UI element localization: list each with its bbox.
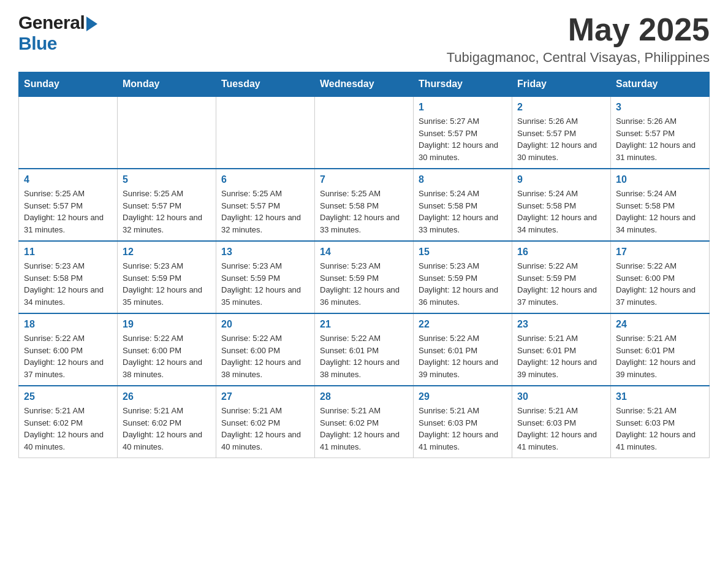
- calendar-cell: 23Sunrise: 5:21 AM Sunset: 6:01 PM Dayli…: [512, 313, 611, 386]
- calendar-cell: 5Sunrise: 5:25 AM Sunset: 5:57 PM Daylig…: [118, 169, 216, 241]
- day-info: Sunrise: 5:21 AM Sunset: 6:02 PM Dayligh…: [320, 405, 408, 453]
- calendar-cell: 6Sunrise: 5:25 AM Sunset: 5:57 PM Daylig…: [216, 169, 315, 241]
- month-year: May 2025: [447, 12, 710, 47]
- day-number: 22: [419, 319, 507, 330]
- day-number: 10: [616, 174, 704, 185]
- week-row-4: 18Sunrise: 5:22 AM Sunset: 6:00 PM Dayli…: [19, 313, 710, 386]
- day-header-thursday: Thursday: [414, 72, 512, 97]
- day-info: Sunrise: 5:25 AM Sunset: 5:57 PM Dayligh…: [24, 188, 112, 236]
- day-info: Sunrise: 5:21 AM Sunset: 6:02 PM Dayligh…: [24, 405, 112, 453]
- day-number: 24: [616, 319, 704, 330]
- day-info: Sunrise: 5:21 AM Sunset: 6:03 PM Dayligh…: [419, 405, 507, 453]
- day-info: Sunrise: 5:22 AM Sunset: 5:59 PM Dayligh…: [517, 260, 605, 308]
- calendar-cell: 13Sunrise: 5:23 AM Sunset: 5:59 PM Dayli…: [216, 241, 315, 313]
- week-row-3: 11Sunrise: 5:23 AM Sunset: 5:58 PM Dayli…: [19, 241, 710, 313]
- calendar-cell: 28Sunrise: 5:21 AM Sunset: 6:02 PM Dayli…: [315, 386, 414, 458]
- day-info: Sunrise: 5:25 AM Sunset: 5:57 PM Dayligh…: [123, 188, 211, 236]
- day-number: 25: [24, 391, 112, 402]
- logo-arrow-icon: [86, 17, 97, 31]
- day-number: 9: [517, 174, 605, 185]
- calendar-cell: 8Sunrise: 5:24 AM Sunset: 5:58 PM Daylig…: [414, 169, 512, 241]
- day-number: 3: [616, 102, 704, 113]
- day-header-row: SundayMondayTuesdayWednesdayThursdayFrid…: [19, 72, 710, 97]
- day-number: 20: [221, 319, 309, 330]
- calendar-cell: 24Sunrise: 5:21 AM Sunset: 6:01 PM Dayli…: [611, 313, 710, 386]
- day-number: 13: [221, 247, 309, 258]
- day-number: 17: [616, 247, 704, 258]
- calendar-cell: 4Sunrise: 5:25 AM Sunset: 5:57 PM Daylig…: [19, 169, 118, 241]
- day-info: Sunrise: 5:25 AM Sunset: 5:57 PM Dayligh…: [221, 188, 309, 236]
- day-info: Sunrise: 5:23 AM Sunset: 5:58 PM Dayligh…: [24, 260, 112, 308]
- day-number: 23: [517, 319, 605, 330]
- location: Tubigagmanoc, Central Visayas, Philippin…: [447, 50, 710, 66]
- calendar-cell: 11Sunrise: 5:23 AM Sunset: 5:58 PM Dayli…: [19, 241, 118, 313]
- day-number: 8: [419, 174, 507, 185]
- day-info: Sunrise: 5:21 AM Sunset: 6:03 PM Dayligh…: [616, 405, 704, 453]
- day-info: Sunrise: 5:22 AM Sunset: 6:00 PM Dayligh…: [221, 332, 309, 380]
- calendar-cell: [118, 96, 216, 169]
- day-number: 15: [419, 247, 507, 258]
- calendar-cell: 15Sunrise: 5:23 AM Sunset: 5:59 PM Dayli…: [414, 241, 512, 313]
- day-info: Sunrise: 5:24 AM Sunset: 5:58 PM Dayligh…: [616, 188, 704, 236]
- calendar-cell: 31Sunrise: 5:21 AM Sunset: 6:03 PM Dayli…: [611, 386, 710, 458]
- day-number: 2: [517, 102, 605, 113]
- calendar-cell: 18Sunrise: 5:22 AM Sunset: 6:00 PM Dayli…: [19, 313, 118, 386]
- day-info: Sunrise: 5:22 AM Sunset: 6:00 PM Dayligh…: [123, 332, 211, 380]
- page-header: General Blue May 2025 Tubigagmanoc, Cent…: [18, 12, 710, 66]
- day-info: Sunrise: 5:23 AM Sunset: 5:59 PM Dayligh…: [221, 260, 309, 308]
- day-header-tuesday: Tuesday: [216, 72, 315, 97]
- day-number: 5: [123, 174, 211, 185]
- day-number: 31: [616, 391, 704, 402]
- day-info: Sunrise: 5:27 AM Sunset: 5:57 PM Dayligh…: [419, 115, 507, 163]
- calendar-body: 1Sunrise: 5:27 AM Sunset: 5:57 PM Daylig…: [19, 96, 710, 458]
- title-section: May 2025 Tubigagmanoc, Central Visayas, …: [447, 12, 710, 66]
- day-number: 14: [320, 247, 408, 258]
- day-info: Sunrise: 5:26 AM Sunset: 5:57 PM Dayligh…: [616, 115, 704, 163]
- calendar-cell: 7Sunrise: 5:25 AM Sunset: 5:58 PM Daylig…: [315, 169, 414, 241]
- day-number: 29: [419, 391, 507, 402]
- calendar-cell: 19Sunrise: 5:22 AM Sunset: 6:00 PM Dayli…: [118, 313, 216, 386]
- calendar-cell: 12Sunrise: 5:23 AM Sunset: 5:59 PM Dayli…: [118, 241, 216, 313]
- calendar-cell: 2Sunrise: 5:26 AM Sunset: 5:57 PM Daylig…: [512, 96, 611, 169]
- day-number: 4: [24, 174, 112, 185]
- logo-blue: Blue: [18, 33, 57, 54]
- day-header-friday: Friday: [512, 72, 611, 97]
- day-header-saturday: Saturday: [611, 72, 710, 97]
- calendar-cell: 21Sunrise: 5:22 AM Sunset: 6:01 PM Dayli…: [315, 313, 414, 386]
- day-number: 16: [517, 247, 605, 258]
- day-info: Sunrise: 5:22 AM Sunset: 6:01 PM Dayligh…: [320, 332, 408, 380]
- week-row-1: 1Sunrise: 5:27 AM Sunset: 5:57 PM Daylig…: [19, 96, 710, 169]
- calendar-cell: 10Sunrise: 5:24 AM Sunset: 5:58 PM Dayli…: [611, 169, 710, 241]
- day-info: Sunrise: 5:22 AM Sunset: 6:00 PM Dayligh…: [24, 332, 112, 380]
- day-number: 11: [24, 247, 112, 258]
- calendar-cell: 25Sunrise: 5:21 AM Sunset: 6:02 PM Dayli…: [19, 386, 118, 458]
- day-number: 26: [123, 391, 211, 402]
- day-info: Sunrise: 5:23 AM Sunset: 5:59 PM Dayligh…: [320, 260, 408, 308]
- day-info: Sunrise: 5:24 AM Sunset: 5:58 PM Dayligh…: [419, 188, 507, 236]
- day-header-sunday: Sunday: [19, 72, 118, 97]
- day-number: 19: [123, 319, 211, 330]
- logo: General Blue: [18, 12, 97, 54]
- calendar-cell: 26Sunrise: 5:21 AM Sunset: 6:02 PM Dayli…: [118, 386, 216, 458]
- calendar-cell: 3Sunrise: 5:26 AM Sunset: 5:57 PM Daylig…: [611, 96, 710, 169]
- calendar-header: SundayMondayTuesdayWednesdayThursdayFrid…: [19, 72, 710, 97]
- day-number: 18: [24, 319, 112, 330]
- calendar-cell: 14Sunrise: 5:23 AM Sunset: 5:59 PM Dayli…: [315, 241, 414, 313]
- calendar-cell: [216, 96, 315, 169]
- logo-general: General: [18, 12, 85, 33]
- calendar-cell: [19, 96, 118, 169]
- calendar-cell: [315, 96, 414, 169]
- calendar-cell: 30Sunrise: 5:21 AM Sunset: 6:03 PM Dayli…: [512, 386, 611, 458]
- day-info: Sunrise: 5:21 AM Sunset: 6:03 PM Dayligh…: [517, 405, 605, 453]
- day-info: Sunrise: 5:21 AM Sunset: 6:01 PM Dayligh…: [517, 332, 605, 380]
- day-info: Sunrise: 5:22 AM Sunset: 6:00 PM Dayligh…: [616, 260, 704, 308]
- day-info: Sunrise: 5:22 AM Sunset: 6:01 PM Dayligh…: [419, 332, 507, 380]
- day-number: 6: [221, 174, 309, 185]
- calendar-cell: 29Sunrise: 5:21 AM Sunset: 6:03 PM Dayli…: [414, 386, 512, 458]
- day-number: 21: [320, 319, 408, 330]
- day-info: Sunrise: 5:25 AM Sunset: 5:58 PM Dayligh…: [320, 188, 408, 236]
- calendar-cell: 1Sunrise: 5:27 AM Sunset: 5:57 PM Daylig…: [414, 96, 512, 169]
- day-header-monday: Monday: [118, 72, 216, 97]
- day-info: Sunrise: 5:24 AM Sunset: 5:58 PM Dayligh…: [517, 188, 605, 236]
- week-row-2: 4Sunrise: 5:25 AM Sunset: 5:57 PM Daylig…: [19, 169, 710, 241]
